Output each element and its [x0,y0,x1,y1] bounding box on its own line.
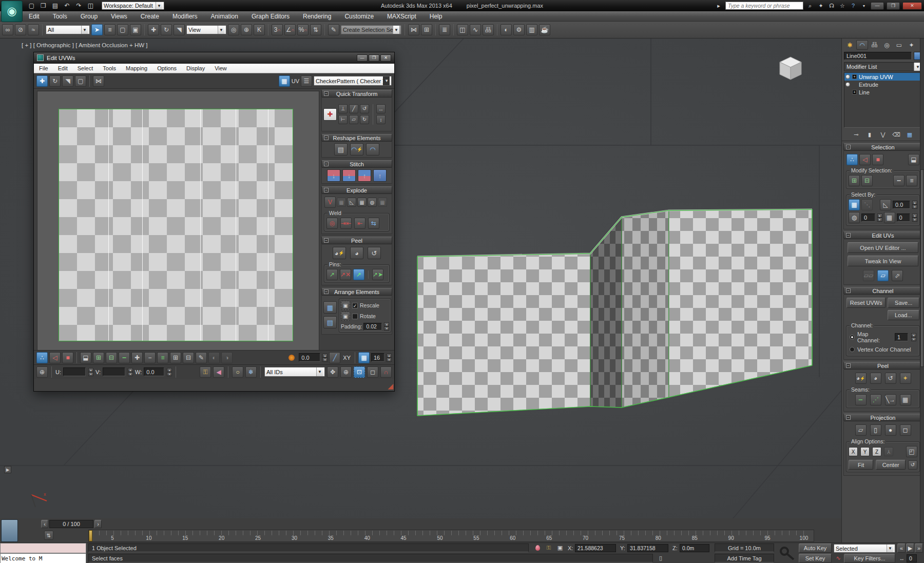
stitch-custom-icon[interactable]: ↓ [327,169,340,182]
isolate-selection-icon[interactable] [533,543,542,552]
select-and-move-icon[interactable]: ✚ [148,24,159,35]
open-uv-editor-button[interactable]: Open UV Editor ... [848,242,918,253]
select-element-icon[interactable]: ⬓ [80,352,91,363]
v-spinner[interactable]: ▲▼ [128,368,133,376]
element-subobject-icon[interactable]: ⬓ [908,154,919,165]
tab-create-icon[interactable]: ✱ [844,40,856,50]
tab-display-icon[interactable]: ▭ [893,40,905,50]
search-icon[interactable]: ⌕ [806,2,814,10]
menu-item[interactable]: MAXScript [387,13,416,20]
tab-modify-icon[interactable]: ◠ [856,40,868,50]
save-uvws-button[interactable]: Save... [888,298,919,308]
key-filters-curve-icon[interactable]: ∿ [834,554,843,562]
make-unique-icon[interactable]: ⋁ [878,130,888,139]
rescale-elements-icon[interactable]: ▤ [323,316,337,328]
stitch-to-average-icon[interactable]: ↑ [373,169,387,182]
texture-dropdown[interactable]: CheckerPattern ( Checker ) ▼ [314,76,392,86]
close-button[interactable]: ✕ [902,2,922,10]
relax-until-flat-icon[interactable]: ◠⚡ [350,143,363,156]
align-axis-button[interactable]: X [849,447,858,456]
menu-item[interactable]: Group [81,13,98,20]
menu-item[interactable]: Modifiers [172,13,198,20]
dialog-maximize-button[interactable]: ❐ [369,54,379,62]
scrollbar-thumb[interactable] [920,169,924,367]
pack-full-icon[interactable]: ▣ [341,312,350,321]
unpin-tool-icon[interactable]: ↗✕ [340,269,351,280]
freeform-gizmo-icon[interactable]: ▢ [75,75,86,87]
search-input[interactable] [725,2,803,10]
undo-icon[interactable]: ↶ [62,2,72,10]
dialog-menu-item[interactable]: Options [157,65,177,71]
show-no-distortion-icon[interactable]: ▱▱ [863,270,874,281]
best-align-icon[interactable]: ◰ [906,446,917,457]
selection-region-icon[interactable]: ▢ [117,24,128,35]
grow-loop-icon[interactable]: ✚ [131,352,143,363]
spinner-snap-icon[interactable]: ⇅ [310,24,321,35]
box-map-icon[interactable]: ◻ [900,424,911,436]
dialog-menu-item[interactable]: Tools [103,65,116,71]
modifier-onoff-bulb-icon[interactable] [845,74,850,79]
trackbar-toggle-icon[interactable]: ⇅ [44,531,53,540]
grow-selection-icon[interactable]: ⊞ [93,352,104,363]
shrink-selection-icon[interactable]: ⊟ [106,352,117,363]
soft-selection-icon[interactable] [286,352,297,363]
pin-selected-icon[interactable]: ↗ [353,269,364,280]
schematic-view-icon[interactable]: 品 [483,24,494,35]
rollout-quick-transform-header[interactable]: − Quick Transform [321,90,392,98]
rotate-cw-90-icon[interactable]: ↻ [360,115,369,124]
polygon-subobject-icon[interactable]: ■ [872,154,883,165]
modifier-onoff-bulb-icon[interactable] [845,82,850,87]
shrink-ring-icon[interactable]: ⊟ [183,352,194,363]
exp-face-sel-to-seams-icon[interactable]: ▦ [900,394,911,405]
rollout-selection-header[interactable]: − Selection [843,143,922,151]
align-axis-button[interactable]: Z [872,447,881,456]
z-coordinate-field[interactable]: 0.0m [680,544,709,552]
snap-toggle-icon[interactable]: 3∩ [272,24,283,35]
rescale-checkbox[interactable]: ✓ [352,303,358,308]
cylindrical-map-icon[interactable]: ▯ [870,424,881,436]
falloff-type-icon[interactable]: ╱ [329,352,340,363]
show-area-distortion-icon[interactable]: ⬀ [892,270,903,281]
object-name-field[interactable]: Line001 [844,52,912,60]
absolute-offset-toggle-icon[interactable]: ▣ [555,543,565,552]
reset-peel-icon[interactable]: ↺ [368,247,381,259]
move-uv-icon[interactable]: ✚ [36,75,48,87]
expand-icon[interactable]: + [852,90,857,94]
quick-peel-icon[interactable]: ◕⚡ [855,373,867,384]
key-filters-button[interactable]: Key Filters... [844,554,895,563]
brush-size-field[interactable]: 16 [371,353,384,362]
align-element-icon[interactable]: ▱ [349,115,358,124]
modifier-list-dropdown[interactable]: Modifier List▼ [844,62,922,71]
rollout-arrange-header[interactable]: − Arrange Elements [321,288,392,296]
padding-field[interactable]: 0.02 [363,323,382,331]
render-setup-icon[interactable]: ⚙ [513,24,525,35]
dialog-resize-grip[interactable]: ◢ [388,382,393,390]
shrink-loop-icon[interactable]: − [144,352,156,363]
set-key-button[interactable]: Set Key [799,554,832,563]
weld-vertices-icon[interactable]: ⇤ [354,218,365,229]
center-button[interactable]: Center [876,460,906,470]
scene-explorer-icon[interactable]: ◫ [457,24,468,35]
maxscript-mini-listener-pink[interactable] [0,543,86,553]
mini-curve-editor-button[interactable] [1,519,18,542]
menu-item[interactable]: Views [111,13,127,20]
configure-modifier-sets-icon[interactable]: ▦ [904,130,915,139]
paint-select-shrink-icon[interactable]: ◑ [221,352,233,363]
select-and-link-icon[interactable]: ∞ [2,24,13,35]
viewport-label[interactable]: [ + ] [ Orthographic ] [ Ambient Occlusi… [22,42,147,48]
select-ring-icon[interactable]: ≡ [157,352,168,363]
y-coordinate-field[interactable]: 31.837158 [627,544,668,552]
modifier-stack-row[interactable]: + Line [844,88,921,96]
pelt-map-icon[interactable]: ✦ [900,373,911,384]
viewcube[interactable] [773,53,808,85]
show-map-toggle-icon[interactable]: ▦ [279,75,290,87]
time-ruler[interactable]: 5101520253035404550556065707580859095100 [88,530,814,542]
modifier-stack-row[interactable]: + Extrude [844,81,921,88]
go-to-end-button[interactable]: » [915,543,923,553]
flatten-mapping-icon[interactable]: ◍ [368,198,377,207]
rollout-stitch-header[interactable]: − Stitch [321,160,392,168]
padding-spinner[interactable]: ▲▼ [384,322,389,331]
tab-motion-icon[interactable]: ◎ [881,40,893,50]
planar-angle-icon[interactable]: ◺ [880,199,891,210]
align-horizontal-icon[interactable]: ⊥ [338,104,348,113]
